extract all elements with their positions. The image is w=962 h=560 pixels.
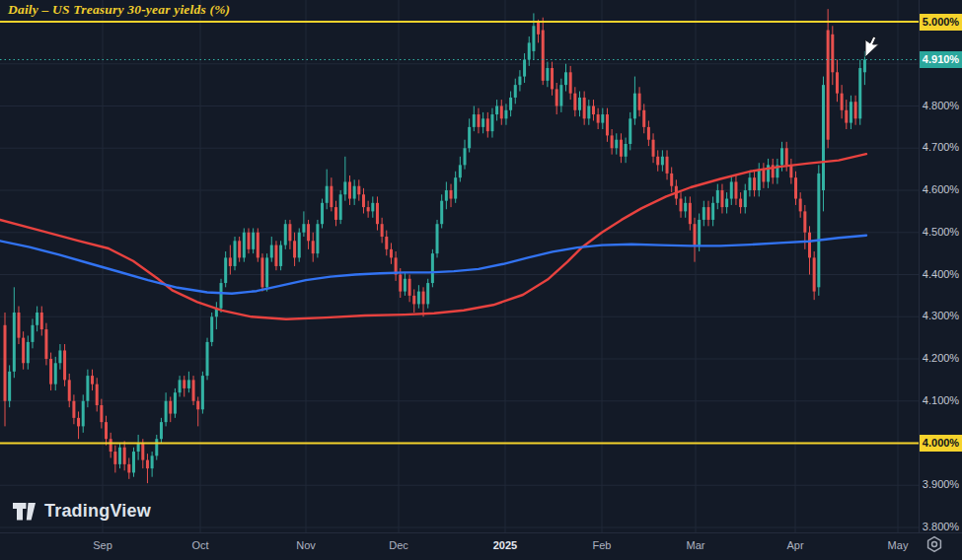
trading-chart-window: Daily – US Treasury 30-year yields (%) 4… xyxy=(0,0,962,560)
candle-body xyxy=(96,385,99,405)
candle-body xyxy=(307,224,310,241)
price-tick-label: 4.200% xyxy=(920,352,962,364)
candle-body xyxy=(514,85,517,98)
candle-body xyxy=(91,376,94,385)
candle-body xyxy=(597,114,600,123)
time-tick-label: 2025 xyxy=(483,539,527,551)
candle-body xyxy=(711,203,714,220)
candle-body xyxy=(780,148,783,165)
candle-body xyxy=(808,233,811,258)
candle-body xyxy=(426,283,429,304)
candle-body xyxy=(408,279,411,296)
candle-body xyxy=(113,452,116,464)
candle-body xyxy=(260,257,263,287)
candle-body xyxy=(698,220,701,245)
candle-body xyxy=(27,342,30,363)
candle-body xyxy=(330,186,333,207)
candle-body xyxy=(390,249,393,258)
candle-body xyxy=(82,401,85,427)
candle-body xyxy=(243,233,246,258)
candle-body xyxy=(656,157,659,166)
chart-canvas[interactable] xyxy=(0,0,919,532)
candle-body xyxy=(284,224,287,245)
tradingview-brand-text: TradingView xyxy=(44,501,151,522)
candle-body xyxy=(661,157,664,166)
candle-body xyxy=(17,313,20,338)
candle-body xyxy=(252,233,255,249)
candle-body xyxy=(63,350,66,380)
candle-body xyxy=(629,118,631,144)
candle-body xyxy=(495,106,498,115)
candle-body xyxy=(836,72,839,93)
price-tick-label: 3.800% xyxy=(920,521,962,532)
candle-body xyxy=(753,177,756,190)
gear-icon[interactable] xyxy=(925,535,943,553)
candle-body xyxy=(477,114,480,127)
time-tick-label: Mar xyxy=(674,539,717,551)
candle-body xyxy=(234,241,237,266)
candle-body xyxy=(77,418,80,427)
candle-body xyxy=(468,127,471,148)
candle-body xyxy=(353,186,356,199)
candle-body xyxy=(827,31,830,140)
candle-body xyxy=(758,170,761,190)
candle-body xyxy=(49,359,52,385)
candle-body xyxy=(137,444,140,453)
candle-body xyxy=(367,207,370,211)
candle-body xyxy=(86,376,89,401)
candle-body xyxy=(680,199,683,212)
candle-body xyxy=(573,94,576,110)
candle-body xyxy=(334,207,337,220)
price-badge: 4.000% xyxy=(920,435,962,452)
candle-body xyxy=(706,207,709,220)
candle-body xyxy=(36,313,38,325)
candle-body xyxy=(564,72,567,85)
candle-body xyxy=(183,380,185,388)
candle-body xyxy=(257,233,259,258)
candle-body xyxy=(4,325,7,401)
candle-body xyxy=(155,439,158,455)
time-tick-label: Oct xyxy=(179,539,222,551)
candle-body xyxy=(302,224,305,233)
candle-body xyxy=(321,203,324,224)
candle-body xyxy=(703,207,705,220)
candle-body xyxy=(794,177,797,198)
cursor-icon xyxy=(864,35,882,59)
candle-body xyxy=(201,376,204,409)
candle-body xyxy=(123,448,126,464)
candle-body xyxy=(734,181,737,198)
candle-body xyxy=(625,144,628,157)
price-tick-label: 3.900% xyxy=(920,478,962,490)
candle-body xyxy=(854,102,857,118)
candle-body xyxy=(110,439,112,452)
candle-body xyxy=(841,94,844,110)
candle-body xyxy=(785,148,788,165)
candle-body xyxy=(105,422,108,439)
candle-body xyxy=(179,380,182,392)
candle-body xyxy=(174,392,177,413)
time-tick-label: Sep xyxy=(81,539,124,551)
time-axis[interactable]: SepOctNovDec2025FebMarAprMay xyxy=(0,532,962,560)
candle-body xyxy=(684,203,687,212)
price-tick-label: 4.700% xyxy=(920,141,962,153)
candle-body xyxy=(31,325,34,342)
candle-body xyxy=(210,316,213,342)
candle-body xyxy=(486,118,489,131)
candle-body xyxy=(638,94,641,110)
tradingview-watermark[interactable]: TradingView xyxy=(13,501,151,522)
candle-body xyxy=(229,257,232,266)
candle-body xyxy=(744,190,747,207)
price-axis[interactable]: 4.800%4.700%4.600%4.500%4.400%4.300%4.20… xyxy=(919,0,962,532)
candle-body xyxy=(440,201,443,225)
candle-body xyxy=(146,460,149,469)
candle-body xyxy=(187,380,190,388)
price-tick-label: 4.500% xyxy=(920,226,962,238)
candle-body xyxy=(642,110,645,127)
candle-body xyxy=(412,296,415,305)
time-tick-label: Apr xyxy=(774,539,817,551)
candle-body xyxy=(357,186,360,195)
candle-body xyxy=(542,31,545,81)
candle-body xyxy=(587,106,590,119)
candle-body xyxy=(312,241,315,253)
candle-body xyxy=(647,127,650,140)
